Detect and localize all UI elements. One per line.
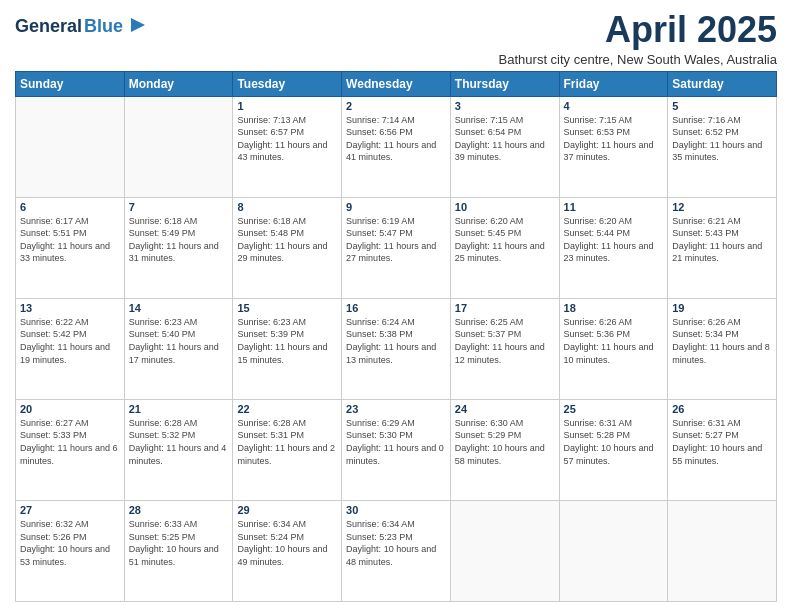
subtitle: Bathurst city centre, New South Wales, A… <box>499 52 777 67</box>
day-info: Sunrise: 6:29 AM Sunset: 5:30 PM Dayligh… <box>346 417 446 467</box>
day-number: 16 <box>346 302 446 314</box>
calendar-cell: 19Sunrise: 6:26 AM Sunset: 5:34 PM Dayli… <box>668 298 777 399</box>
calendar-cell <box>124 96 233 197</box>
day-number: 14 <box>129 302 229 314</box>
day-number: 26 <box>672 403 772 415</box>
day-info: Sunrise: 6:25 AM Sunset: 5:37 PM Dayligh… <box>455 316 555 366</box>
day-info: Sunrise: 6:30 AM Sunset: 5:29 PM Dayligh… <box>455 417 555 467</box>
calendar-cell: 10Sunrise: 6:20 AM Sunset: 5:45 PM Dayli… <box>450 197 559 298</box>
day-info: Sunrise: 6:28 AM Sunset: 5:32 PM Dayligh… <box>129 417 229 467</box>
day-number: 20 <box>20 403 120 415</box>
day-number: 25 <box>564 403 664 415</box>
day-info: Sunrise: 7:15 AM Sunset: 6:54 PM Dayligh… <box>455 114 555 164</box>
day-info: Sunrise: 6:31 AM Sunset: 5:28 PM Dayligh… <box>564 417 664 467</box>
calendar-cell: 12Sunrise: 6:21 AM Sunset: 5:43 PM Dayli… <box>668 197 777 298</box>
col-friday: Friday <box>559 71 668 96</box>
calendar-table: Sunday Monday Tuesday Wednesday Thursday… <box>15 71 777 602</box>
day-info: Sunrise: 6:21 AM Sunset: 5:43 PM Dayligh… <box>672 215 772 265</box>
day-number: 21 <box>129 403 229 415</box>
day-number: 3 <box>455 100 555 112</box>
calendar-cell: 30Sunrise: 6:34 AM Sunset: 5:23 PM Dayli… <box>342 500 451 601</box>
page: GeneralBlue April 2025 Bathurst city cen… <box>0 0 792 612</box>
calendar-cell: 7Sunrise: 6:18 AM Sunset: 5:49 PM Daylig… <box>124 197 233 298</box>
day-info: Sunrise: 6:26 AM Sunset: 5:34 PM Dayligh… <box>672 316 772 366</box>
day-info: Sunrise: 7:16 AM Sunset: 6:52 PM Dayligh… <box>672 114 772 164</box>
day-info: Sunrise: 6:22 AM Sunset: 5:42 PM Dayligh… <box>20 316 120 366</box>
calendar-week-4: 20Sunrise: 6:27 AM Sunset: 5:33 PM Dayli… <box>16 399 777 500</box>
col-saturday: Saturday <box>668 71 777 96</box>
calendar-cell: 6Sunrise: 6:17 AM Sunset: 5:51 PM Daylig… <box>16 197 125 298</box>
day-info: Sunrise: 6:26 AM Sunset: 5:36 PM Dayligh… <box>564 316 664 366</box>
calendar-cell: 9Sunrise: 6:19 AM Sunset: 5:47 PM Daylig… <box>342 197 451 298</box>
calendar-cell: 17Sunrise: 6:25 AM Sunset: 5:37 PM Dayli… <box>450 298 559 399</box>
calendar-cell: 29Sunrise: 6:34 AM Sunset: 5:24 PM Dayli… <box>233 500 342 601</box>
calendar-cell: 28Sunrise: 6:33 AM Sunset: 5:25 PM Dayli… <box>124 500 233 601</box>
calendar-cell: 23Sunrise: 6:29 AM Sunset: 5:30 PM Dayli… <box>342 399 451 500</box>
calendar-cell: 13Sunrise: 6:22 AM Sunset: 5:42 PM Dayli… <box>16 298 125 399</box>
day-number: 17 <box>455 302 555 314</box>
day-info: Sunrise: 6:31 AM Sunset: 5:27 PM Dayligh… <box>672 417 772 467</box>
day-number: 11 <box>564 201 664 213</box>
day-number: 22 <box>237 403 337 415</box>
col-monday: Monday <box>124 71 233 96</box>
calendar-week-1: 1Sunrise: 7:13 AM Sunset: 6:57 PM Daylig… <box>16 96 777 197</box>
calendar-cell <box>668 500 777 601</box>
calendar-cell: 18Sunrise: 6:26 AM Sunset: 5:36 PM Dayli… <box>559 298 668 399</box>
calendar-cell: 16Sunrise: 6:24 AM Sunset: 5:38 PM Dayli… <box>342 298 451 399</box>
calendar-cell: 2Sunrise: 7:14 AM Sunset: 6:56 PM Daylig… <box>342 96 451 197</box>
calendar-cell: 8Sunrise: 6:18 AM Sunset: 5:48 PM Daylig… <box>233 197 342 298</box>
day-info: Sunrise: 6:34 AM Sunset: 5:23 PM Dayligh… <box>346 518 446 568</box>
logo: GeneralBlue <box>15 14 149 40</box>
day-number: 5 <box>672 100 772 112</box>
day-number: 13 <box>20 302 120 314</box>
day-number: 15 <box>237 302 337 314</box>
calendar-cell: 27Sunrise: 6:32 AM Sunset: 5:26 PM Dayli… <box>16 500 125 601</box>
day-info: Sunrise: 6:19 AM Sunset: 5:47 PM Dayligh… <box>346 215 446 265</box>
logo-arrow-icon <box>127 14 149 36</box>
calendar-cell: 14Sunrise: 6:23 AM Sunset: 5:40 PM Dayli… <box>124 298 233 399</box>
calendar-cell <box>450 500 559 601</box>
day-info: Sunrise: 6:20 AM Sunset: 5:44 PM Dayligh… <box>564 215 664 265</box>
day-number: 30 <box>346 504 446 516</box>
day-number: 19 <box>672 302 772 314</box>
day-number: 23 <box>346 403 446 415</box>
calendar-week-3: 13Sunrise: 6:22 AM Sunset: 5:42 PM Dayli… <box>16 298 777 399</box>
calendar-cell: 26Sunrise: 6:31 AM Sunset: 5:27 PM Dayli… <box>668 399 777 500</box>
day-info: Sunrise: 7:15 AM Sunset: 6:53 PM Dayligh… <box>564 114 664 164</box>
calendar-cell: 5Sunrise: 7:16 AM Sunset: 6:52 PM Daylig… <box>668 96 777 197</box>
day-number: 2 <box>346 100 446 112</box>
calendar-cell: 15Sunrise: 6:23 AM Sunset: 5:39 PM Dayli… <box>233 298 342 399</box>
day-number: 9 <box>346 201 446 213</box>
calendar-cell: 21Sunrise: 6:28 AM Sunset: 5:32 PM Dayli… <box>124 399 233 500</box>
day-info: Sunrise: 6:24 AM Sunset: 5:38 PM Dayligh… <box>346 316 446 366</box>
day-info: Sunrise: 6:27 AM Sunset: 5:33 PM Dayligh… <box>20 417 120 467</box>
day-number: 24 <box>455 403 555 415</box>
day-info: Sunrise: 6:33 AM Sunset: 5:25 PM Dayligh… <box>129 518 229 568</box>
day-info: Sunrise: 6:18 AM Sunset: 5:48 PM Dayligh… <box>237 215 337 265</box>
day-number: 29 <box>237 504 337 516</box>
svg-marker-0 <box>131 18 145 32</box>
day-info: Sunrise: 6:28 AM Sunset: 5:31 PM Dayligh… <box>237 417 337 467</box>
day-info: Sunrise: 6:23 AM Sunset: 5:39 PM Dayligh… <box>237 316 337 366</box>
day-info: Sunrise: 6:17 AM Sunset: 5:51 PM Dayligh… <box>20 215 120 265</box>
calendar-cell <box>559 500 668 601</box>
day-info: Sunrise: 6:32 AM Sunset: 5:26 PM Dayligh… <box>20 518 120 568</box>
day-number: 27 <box>20 504 120 516</box>
day-number: 12 <box>672 201 772 213</box>
day-number: 18 <box>564 302 664 314</box>
day-info: Sunrise: 6:34 AM Sunset: 5:24 PM Dayligh… <box>237 518 337 568</box>
calendar-header-row: Sunday Monday Tuesday Wednesday Thursday… <box>16 71 777 96</box>
calendar-cell: 20Sunrise: 6:27 AM Sunset: 5:33 PM Dayli… <box>16 399 125 500</box>
col-thursday: Thursday <box>450 71 559 96</box>
col-tuesday: Tuesday <box>233 71 342 96</box>
month-title: April 2025 <box>499 10 777 50</box>
day-info: Sunrise: 6:23 AM Sunset: 5:40 PM Dayligh… <box>129 316 229 366</box>
calendar-week-5: 27Sunrise: 6:32 AM Sunset: 5:26 PM Dayli… <box>16 500 777 601</box>
col-sunday: Sunday <box>16 71 125 96</box>
day-number: 4 <box>564 100 664 112</box>
calendar-cell: 1Sunrise: 7:13 AM Sunset: 6:57 PM Daylig… <box>233 96 342 197</box>
day-number: 7 <box>129 201 229 213</box>
calendar-cell: 4Sunrise: 7:15 AM Sunset: 6:53 PM Daylig… <box>559 96 668 197</box>
calendar-cell: 11Sunrise: 6:20 AM Sunset: 5:44 PM Dayli… <box>559 197 668 298</box>
day-number: 10 <box>455 201 555 213</box>
